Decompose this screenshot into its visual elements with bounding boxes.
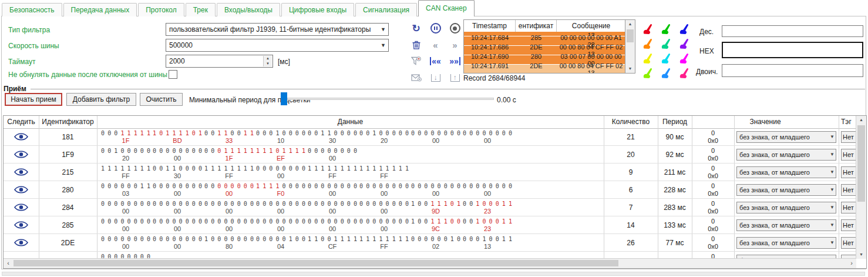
scroll-up-icon[interactable]: ▲ — [625, 20, 635, 28]
value-mode-dropdown[interactable]: без знака, от младшего▼ — [736, 237, 836, 249]
tab-0[interactable]: Безопасность — [2, 3, 62, 16]
row-identifier: 280 — [39, 186, 97, 194]
can-scanner-page: БезопасностьПередача данныхПротоколТрекВ… — [0, 0, 868, 277]
data-byte: 11001111CF — [308, 236, 357, 250]
data-byte: 0010000020 — [101, 148, 150, 162]
reception-table-header: Следить Идентификатор Данные Количество … — [4, 116, 866, 129]
eye-icon[interactable] — [4, 168, 39, 178]
tab-1[interactable]: Передача данных — [63, 3, 137, 16]
value-mode-dropdown[interactable]: без знака, от младшего▼ — [736, 184, 836, 196]
marker-icon[interactable] — [657, 51, 675, 65]
tag-dropdown[interactable]: Нет — [841, 219, 856, 231]
pause-icon[interactable] — [426, 20, 445, 36]
eye-icon[interactable] — [4, 239, 39, 248]
spin-down-icon[interactable]: ▼ — [263, 61, 272, 66]
bus-speed-combobox[interactable]: 500000 ▼ — [166, 39, 389, 52]
value-mode-dropdown[interactable]: без знака, от младшего▼ — [736, 219, 836, 231]
trash-icon[interactable] — [406, 36, 426, 53]
filter-type-label: Тип фильтра — [8, 26, 50, 34]
eye-icon[interactable] — [4, 203, 39, 213]
start-reception-button[interactable]: Начать прием — [5, 93, 62, 106]
marker-icon[interactable] — [675, 65, 694, 80]
chevron-down-icon: ▼ — [381, 24, 386, 35]
mail-add-icon[interactable] — [406, 69, 426, 86]
bin-input[interactable] — [722, 64, 863, 77]
row-count: 14 — [604, 221, 658, 229]
tab-3[interactable]: Трек — [186, 3, 216, 16]
timeout-value: 2000 — [169, 57, 185, 65]
scrollbar-thumb[interactable] — [627, 29, 634, 42]
scroll-down-icon[interactable]: ▼ — [625, 65, 635, 73]
tab-7[interactable]: CAN Сканер — [418, 0, 475, 16]
record-icon[interactable] — [445, 20, 465, 36]
eye-icon[interactable] — [4, 151, 39, 160]
scrollbar-thumb[interactable] — [857, 125, 865, 202]
tag-dropdown[interactable]: Нет — [841, 166, 856, 178]
data-byte: 0000000000 — [256, 218, 305, 232]
spin-up-icon[interactable]: ▲ — [263, 56, 272, 61]
value-mode-dropdown[interactable]: без знака, от младшего▼ — [736, 131, 836, 143]
value-mode-dropdown[interactable]: без знака, от младшего▼ — [736, 202, 836, 213]
scroll-up-icon[interactable]: ▲ — [856, 116, 866, 124]
value-mode-dropdown[interactable]: без знака, от младшего▼ — [736, 166, 836, 178]
import-icon[interactable]: ↓ — [426, 69, 445, 86]
tag-dropdown[interactable]: Нет — [841, 149, 856, 161]
timeout-spinner[interactable]: 2000 ▲▼ — [166, 55, 273, 68]
add-filter-icon[interactable] — [406, 53, 426, 69]
marker-icon[interactable] — [657, 36, 675, 51]
horizontal-scrollbar[interactable]: ‹ › — [4, 258, 856, 268]
data-byte: 0000000000 — [101, 236, 150, 250]
tab-4[interactable]: Входы/выходы — [217, 3, 280, 16]
next-page-icon[interactable]: » — [445, 36, 465, 53]
marker-icon[interactable] — [639, 21, 657, 36]
refresh-icon[interactable]: ↻ — [406, 20, 426, 36]
hex-input[interactable] — [722, 42, 863, 58]
skip-start-icon[interactable]: «« — [426, 53, 445, 69]
marker-icon[interactable] — [675, 51, 694, 65]
tag-dropdown[interactable]: Нет — [841, 184, 856, 196]
row-identifier: 181 — [39, 133, 97, 141]
marker-icon[interactable] — [657, 21, 675, 36]
marker-icon[interactable] — [639, 51, 657, 65]
tag-dropdown[interactable]: Нет — [841, 237, 856, 249]
tab-5[interactable]: Цифровые входы — [281, 3, 354, 16]
export-icon[interactable]: ↑ — [445, 69, 465, 86]
log-scrollbar[interactable]: ▲ ▼ — [625, 20, 635, 73]
scroll-down-icon[interactable]: ▼ — [856, 251, 866, 259]
table-row: 2850000000000000000000000000000000000000… — [4, 216, 856, 234]
keep-data-checkbox[interactable] — [169, 70, 177, 79]
chevron-down-icon: ▼ — [830, 220, 835, 231]
prev-page-icon[interactable]: « — [426, 36, 445, 53]
scroll-left-icon[interactable]: ‹ — [4, 259, 13, 268]
scrollbar-thumb[interactable] — [14, 260, 618, 266]
add-filter-button[interactable]: Добавить фильтр — [66, 93, 136, 106]
highlight-period-slider-thumb[interactable] — [281, 92, 287, 105]
clear-button[interactable]: Очистить — [140, 93, 183, 106]
tag-dropdown[interactable]: Нет — [841, 202, 856, 213]
row-period: 77 мс — [658, 239, 692, 247]
highlight-period-slider-track[interactable] — [287, 98, 494, 100]
marker-icon[interactable] — [675, 36, 694, 51]
dec-input[interactable] — [722, 25, 863, 37]
log-col-timestamp: Timestamp — [464, 20, 516, 32]
filter-type-combobox[interactable]: пользовательский фильтр J1939, 11-битные… — [166, 23, 389, 36]
tag-dropdown[interactable]: Нет — [841, 131, 856, 143]
scroll-right-icon[interactable]: › — [847, 259, 856, 268]
col-data: Данные — [97, 116, 604, 128]
value-mode-dropdown[interactable]: без знака, от младшего▼ — [736, 149, 836, 161]
vertical-scrollbar[interactable]: ▲ ▼ — [856, 116, 866, 259]
marker-icon[interactable] — [675, 21, 694, 36]
skip-end-icon[interactable]: »» — [445, 53, 465, 69]
tab-2[interactable]: Протокол — [138, 3, 184, 16]
log-col-message: Сообщение — [557, 20, 625, 32]
marker-icon[interactable] — [639, 65, 657, 80]
log-row[interactable]: 10:24:17.6912DE00 00 80 04 CF FF 02 13 — [464, 65, 625, 73]
bottom-status-strip — [2, 272, 865, 276]
marker-icon[interactable] — [657, 65, 675, 80]
tab-6[interactable]: Сигнализация — [355, 3, 417, 16]
eye-icon[interactable] — [4, 186, 39, 195]
data-byte: 0000000000 — [153, 236, 202, 250]
eye-icon[interactable] — [4, 221, 39, 231]
eye-icon[interactable] — [4, 133, 39, 142]
marker-icon[interactable] — [639, 36, 657, 51]
